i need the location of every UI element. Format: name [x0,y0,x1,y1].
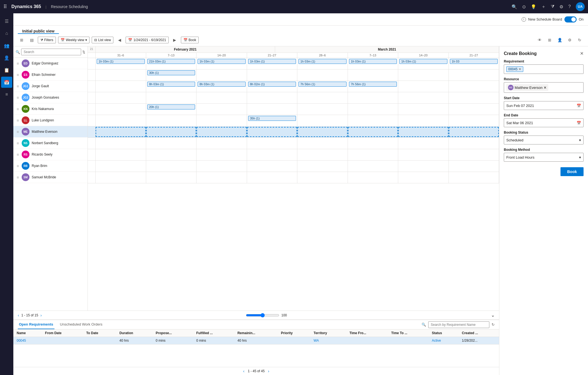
booking-pill[interactable]: 1h 03m (1) [198,59,246,64]
calendar-cell[interactable] [196,138,247,149]
prev-date-button[interactable]: ◀ [116,36,123,44]
calendar-cell[interactable] [297,161,348,172]
expand-icon[interactable]: ⊞ [18,36,26,44]
start-date-field[interactable]: Sun Feb 07 2021 📅 [504,101,584,110]
calendar-cell[interactable] [348,115,398,126]
sidebar-item-menu[interactable]: ☰ [1,16,12,27]
resource-remove-button[interactable]: ✕ [544,86,547,90]
sidebar-item-home[interactable]: ⌂ [1,28,12,39]
calendar-cell[interactable]: 8h 03m (1) [146,81,197,92]
calendar-start-icon[interactable]: 📅 [577,104,581,108]
calendar-cell[interactable] [297,149,348,160]
calendar-cell[interactable] [348,172,398,183]
resource-item[interactable]: ⊞ ED Edgar Dominguez [13,58,88,69]
calendar-cell[interactable]: 35h (1) [247,115,298,126]
calendar-cell[interactable] [96,104,146,115]
calendar-cell[interactable] [196,104,247,115]
booking-pill[interactable]: 8h 03m (1) [147,82,195,87]
booking-pill[interactable]: 7h 56m (1) [298,82,347,87]
calendar-cell[interactable] [449,92,499,103]
calendar-cell[interactable] [247,104,298,115]
calendar-cell[interactable] [449,149,499,160]
calendar-cell[interactable] [96,69,146,81]
end-date-field[interactable]: Sat Mar 06 2021 📅 [504,118,584,127]
filters-button[interactable]: ⧩ Filters [38,37,56,43]
calendar-cell[interactable] [146,138,197,149]
calendar-cell[interactable] [247,126,298,138]
user-avatar[interactable]: UA [576,2,585,11]
calendar-cell[interactable] [398,149,449,160]
booking-method-select[interactable]: Front Load Hours ▾ [504,153,584,162]
eye-icon[interactable]: 👁 [536,36,544,44]
calendar-cell[interactable] [398,104,449,115]
calendar-cell[interactable] [297,115,348,126]
book-button[interactable]: Book [560,167,584,176]
calendar-cell[interactable] [297,138,348,149]
calendar-cell[interactable] [297,92,348,103]
calendar-cell[interactable] [449,69,499,81]
calendar-cell[interactable] [96,115,146,126]
table-next-button[interactable]: › [268,369,269,373]
calendar-cell[interactable] [247,138,298,149]
calendar-cell[interactable] [449,115,499,126]
calendar-cell[interactable] [297,104,348,115]
calendar-cell[interactable]: 1h 03m (1) [247,58,298,69]
resource-item[interactable]: ⊞ JG1 Jorge Gault [13,81,88,92]
calendar-cell[interactable] [449,126,499,138]
calendar-cell[interactable] [449,104,499,115]
calendar-cell[interactable] [297,126,348,138]
calendar-cell[interactable] [297,172,348,183]
sidebar-item-calendar[interactable]: 📅 [1,77,12,88]
calendar-cell[interactable] [96,92,146,103]
calendar-cell[interactable]: 8h 03m (1) [196,81,247,92]
booking-pill[interactable]: 21h 03m (1) [147,59,195,64]
calendar-cell[interactable] [247,161,298,172]
calendar-cell[interactable]: 1h 03 [449,58,499,69]
calendar-cell[interactable] [146,161,197,172]
resource-item[interactable]: ⊞ NS Norbert Sandberg [13,138,88,149]
ring-icon[interactable]: ⊙ [522,4,526,9]
booking-pill[interactable]: 1h 03m (1) [97,59,145,64]
sidebar-item-list[interactable]: ≡ [1,89,12,100]
sidebar-item-orders[interactable]: 📋 [1,64,12,76]
calendar-cell[interactable]: 1h 03m (1) [398,58,449,69]
settings-icon[interactable]: ⚙ [559,4,563,9]
columns-icon[interactable]: ⊞ [546,36,554,44]
booking-pill[interactable]: 1h 03m (1) [298,59,347,64]
calendar-cell[interactable] [196,69,247,81]
calendar-cell[interactable]: 30h (1) [146,69,197,81]
tab-open-requirements[interactable]: Open Requirements [18,320,54,329]
calendar-cell[interactable]: 1h 03m (1) [96,58,146,69]
calendar-cell[interactable] [398,69,449,81]
calendar-cell[interactable] [96,161,146,172]
calendar-cell[interactable] [348,161,398,172]
calendar-cell[interactable] [146,172,197,183]
resource-search-input[interactable] [21,49,81,55]
calendar-cell[interactable] [348,69,398,81]
booking-status-select[interactable]: Scheduled ▾ [504,136,584,144]
calendar-cell[interactable] [247,149,298,160]
calendar-cell[interactable] [146,115,197,126]
info-icon[interactable]: i [522,17,526,22]
sort-icon[interactable]: ⇅ [82,50,85,54]
book-toolbar-button[interactable]: 📅 Book [181,37,199,43]
calendar-cell[interactable]: 1h 03m (1) [348,58,398,69]
refresh-req-icon[interactable]: ↻ [492,322,495,327]
resource-item[interactable]: ⊞ RB Ryan Brim [13,160,88,172]
new-schedule-toggle-button[interactable] [564,16,577,22]
calendar-cell[interactable] [348,149,398,160]
calendar-cell[interactable] [146,126,197,138]
calendar-cell[interactable] [196,115,247,126]
calendar-cell[interactable] [96,172,146,183]
resource-item[interactable]: ⊞ ES Efrain Schreiner [13,69,88,81]
requirement-remove-button[interactable]: ✕ [519,67,521,71]
booking-pill[interactable]: 8h 03m (1) [198,82,246,87]
booking-pill[interactable]: 7h 56m (1) [349,82,397,87]
calendar-cell[interactable] [196,161,247,172]
calendar-cell[interactable]: 8h 02m (1) [247,81,298,92]
calendar-cell[interactable] [348,126,398,138]
calendar-cell[interactable] [398,138,449,149]
calendar-cell[interactable] [247,92,298,103]
calendar-cell[interactable] [96,149,146,160]
calendar-cell[interactable]: 7h 56m (1) [348,81,398,92]
